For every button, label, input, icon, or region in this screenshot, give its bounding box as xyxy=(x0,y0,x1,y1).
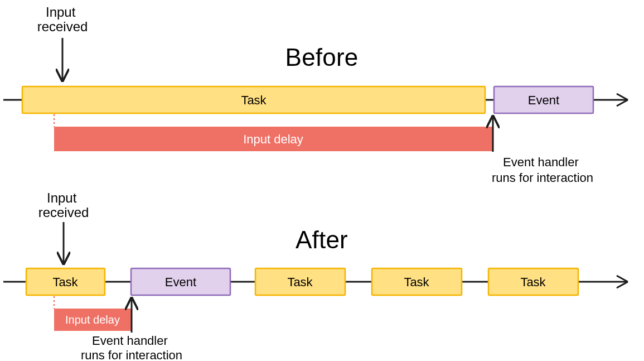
before-task-label: Task xyxy=(241,93,267,107)
before-heading: Before xyxy=(285,44,359,71)
before-input-received-label: Input received xyxy=(37,4,88,34)
diagram: Before Input received Task Event Input d… xyxy=(0,0,644,361)
before-section: Before Input received Task Event Input d… xyxy=(3,4,628,185)
after-task-1-label: Task xyxy=(52,275,78,289)
after-task-3-label: Task xyxy=(404,275,429,289)
after-event-label: Event xyxy=(165,275,196,289)
after-task-4-label: Task xyxy=(520,275,546,289)
before-handler-caption: Event handler runs for interaction xyxy=(492,155,593,185)
after-input-delay-label: Input delay xyxy=(65,314,120,326)
after-task-2-label: Task xyxy=(287,275,313,289)
after-heading: After xyxy=(296,226,348,253)
before-event-label: Event xyxy=(528,93,559,107)
before-input-delay-label: Input delay xyxy=(243,132,303,146)
after-handler-caption: Event handler runs for interaction xyxy=(81,334,182,361)
after-section: After Input received Task Event Task Tas… xyxy=(3,190,628,361)
after-input-received-label: Input received xyxy=(38,190,89,220)
